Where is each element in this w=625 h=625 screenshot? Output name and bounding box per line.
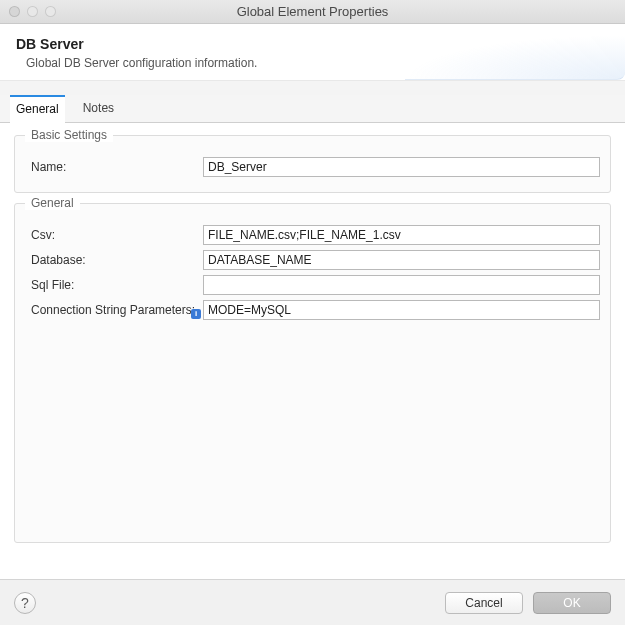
button-label: Cancel: [465, 596, 502, 610]
zoom-window-icon[interactable]: [45, 6, 56, 17]
window-title: Global Element Properties: [0, 4, 625, 19]
sqlfile-input[interactable]: [203, 275, 600, 295]
minimize-window-icon[interactable]: [27, 6, 38, 17]
tab-general[interactable]: General: [10, 95, 65, 123]
help-button[interactable]: ?: [14, 592, 36, 614]
field-row-database: Database:: [25, 250, 600, 270]
header-subtitle: Global DB Server configuration informati…: [26, 56, 609, 70]
titlebar: Global Element Properties: [0, 0, 625, 24]
field-label: Connection String Parameters:: [25, 303, 203, 317]
info-icon[interactable]: i: [191, 309, 201, 319]
dialog-window: Global Element Properties DB Server Glob…: [0, 0, 625, 625]
group-title: Basic Settings: [25, 128, 113, 142]
field-label: Sql File:: [25, 278, 203, 292]
csv-input[interactable]: [203, 225, 600, 245]
ok-button[interactable]: OK: [533, 592, 611, 614]
tab-label: Notes: [83, 101, 114, 115]
field-row-csv: Csv:: [25, 225, 600, 245]
group-general: General Csv: Database: Sql File: Connect…: [14, 203, 611, 543]
name-input[interactable]: [203, 157, 600, 177]
field-row-connparams: Connection String Parameters: i: [25, 300, 600, 320]
tab-content: Basic Settings Name: General Csv: Databa…: [0, 123, 625, 579]
field-label: Name:: [25, 160, 203, 174]
close-window-icon[interactable]: [9, 6, 20, 17]
field-label: Database:: [25, 253, 203, 267]
group-title: General: [25, 196, 80, 210]
field-row-name: Name:: [25, 157, 600, 177]
help-icon: ?: [21, 595, 29, 611]
cancel-button[interactable]: Cancel: [445, 592, 523, 614]
tab-label: General: [16, 102, 59, 116]
connection-string-parameters-input[interactable]: [203, 300, 600, 320]
traffic-lights: [0, 6, 56, 17]
field-row-sqlfile: Sql File:: [25, 275, 600, 295]
button-label: OK: [563, 596, 580, 610]
dialog-header: DB Server Global DB Server configuration…: [0, 24, 625, 81]
header-title: DB Server: [16, 36, 609, 52]
buttonbar: ? Cancel OK: [0, 579, 625, 625]
group-basic-settings: Basic Settings Name:: [14, 135, 611, 193]
field-label: Csv:: [25, 228, 203, 242]
database-input[interactable]: [203, 250, 600, 270]
tabbar: General Notes: [0, 95, 625, 123]
tab-notes[interactable]: Notes: [77, 95, 120, 122]
